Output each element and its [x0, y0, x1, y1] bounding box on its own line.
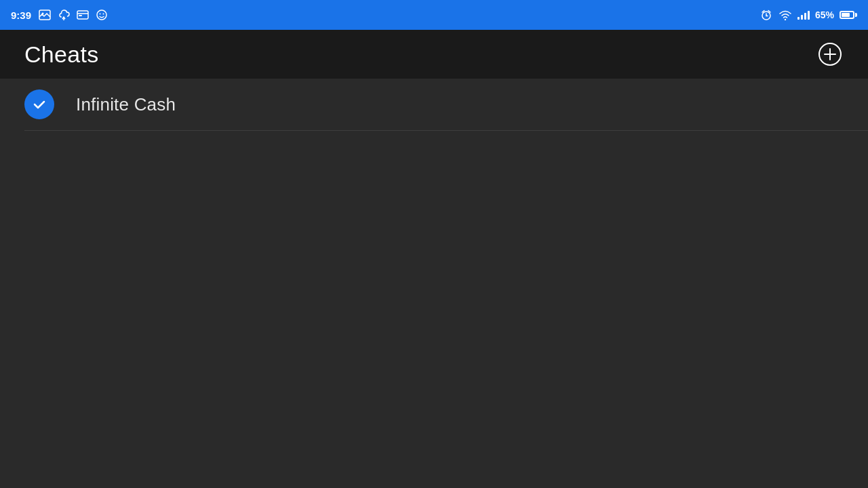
wifi-icon: [778, 8, 792, 22]
cheat-enabled-icon: [24, 89, 54, 119]
svg-rect-5: [79, 15, 82, 16]
page-title: Cheats: [24, 41, 99, 68]
signal-bars-icon: [797, 10, 810, 20]
status-bar-right: 65%: [760, 8, 857, 22]
alarm-icon: [760, 8, 773, 22]
svg-rect-3: [77, 11, 88, 19]
status-time: 9:39: [11, 9, 31, 21]
status-bar-left: 9:39: [11, 8, 108, 22]
battery-icon: [840, 11, 857, 19]
svg-point-14: [785, 19, 786, 20]
svg-point-7: [100, 14, 101, 15]
status-icons: [38, 8, 108, 22]
add-cheat-button[interactable]: [816, 41, 844, 68]
status-bar: 9:39: [0, 0, 868, 30]
cheats-list: Infinite Cash: [0, 79, 868, 131]
toolbar: Cheats: [0, 30, 868, 79]
battery-percent: 65%: [815, 9, 834, 20]
checkmark-icon: [31, 96, 47, 113]
svg-point-6: [97, 10, 106, 20]
svg-point-8: [103, 14, 104, 15]
image-icon: [38, 8, 52, 22]
divider-0: [24, 130, 868, 131]
card-icon: [76, 8, 90, 22]
face-icon: [95, 8, 108, 22]
cloud-upload-icon: [57, 8, 71, 22]
add-circle-icon: [818, 42, 842, 66]
cheat-label-0: Infinite Cash: [76, 94, 176, 115]
cheat-item-0[interactable]: Infinite Cash: [0, 79, 868, 130]
